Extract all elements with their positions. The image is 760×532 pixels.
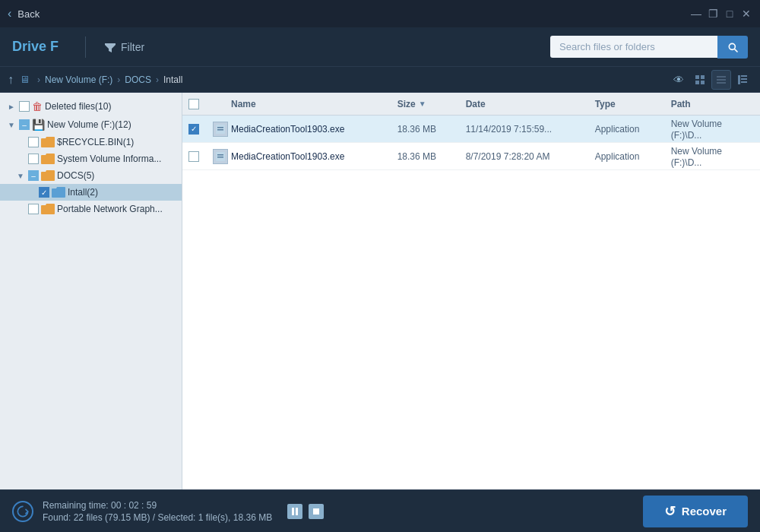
progress-icon <box>12 501 33 522</box>
row2-path-col: New Volume (F:)\D... <box>671 145 754 168</box>
col-date-header[interactable]: Date <box>466 99 595 109</box>
pause-button[interactable] <box>287 504 302 519</box>
grid-icon <box>695 74 705 85</box>
sort-arrow-size: ▼ <box>419 100 426 108</box>
row1-path-col: New Volume (F:)\D... <box>671 118 754 141</box>
col-size-header[interactable]: Size ▼ <box>397 99 466 109</box>
folder-icon-srecycle <box>41 137 55 147</box>
deleted-icon: 🗑 <box>32 100 43 112</box>
col-path-label: Path <box>671 99 691 109</box>
search-button[interactable] <box>717 36 748 59</box>
maximize-button[interactable]: □ <box>724 8 736 20</box>
checkbox-intall[interactable]: ✓ <box>39 187 49 198</box>
header: Drive F Filter <box>0 27 760 67</box>
col-size-label: Size <box>397 99 416 109</box>
expand-arrow-docs: ▼ <box>15 170 26 181</box>
expand-arrow-srecycle <box>15 137 26 147</box>
back-arrow-icon[interactable]: ‹ <box>8 7 11 21</box>
breadcrumb-bar: ↑ 🖥 › New Volume (F:) › DOCS › Intall 👁 <box>0 67 760 93</box>
row2-checkbox[interactable] <box>188 151 199 162</box>
sidebar-label-deleted: Deleted files(10) <box>45 101 111 112</box>
app-icon-svg2 <box>215 151 226 162</box>
grid-view-button[interactable] <box>690 70 710 90</box>
row2-size-col: 18.36 MB <box>397 150 466 162</box>
pause-icon <box>291 507 299 516</box>
svg-rect-6 <box>717 82 726 84</box>
row2-filedate: 8/7/2019 7:28:20 AM <box>466 151 550 162</box>
sidebar-label-intall: Intall(2) <box>68 187 98 198</box>
checkbox-portnet[interactable] <box>28 204 39 214</box>
main-area: ► 🗑 Deleted files(10) ▼ – 💾 New Volume (… <box>0 93 760 489</box>
checkbox-srecycle[interactable] <box>28 137 39 147</box>
row1-name-col: MediaCreationTool1903.exe <box>231 123 397 135</box>
breadcrumb-home-icon: 🖥 <box>20 74 30 85</box>
row2-filetype: Application <box>595 151 640 162</box>
search-input[interactable] <box>550 36 717 58</box>
row2-filesize: 18.36 MB <box>397 151 436 162</box>
filelist-header: Name Size ▼ Date Type Path <box>182 93 760 116</box>
titlebar-controls: — ❐ □ ✕ <box>690 8 752 20</box>
detail-view-button[interactable] <box>733 70 752 90</box>
folder-icon-sysvolinfo <box>41 154 55 164</box>
col-type-label: Type <box>595 99 616 109</box>
checkbox-deleted[interactable] <box>19 101 30 112</box>
bottombar: Remaining time: 00 : 02 : 59 Found: 22 f… <box>0 489 760 532</box>
filter-button[interactable]: Filter <box>98 38 150 56</box>
svg-rect-9 <box>741 78 747 80</box>
minimize-button[interactable]: — <box>690 8 702 20</box>
row2-check-col <box>188 151 213 162</box>
svg-rect-13 <box>217 129 223 131</box>
svg-rect-7 <box>738 75 740 84</box>
svg-rect-1 <box>701 75 705 79</box>
row1-filename: MediaCreationTool1903.exe <box>231 124 344 135</box>
col-path-header[interactable]: Path <box>671 99 754 109</box>
row1-checkbox[interactable]: ✓ <box>188 124 199 135</box>
svg-rect-5 <box>717 79 726 81</box>
sidebar-item-deleted[interactable]: ► 🗑 Deleted files(10) <box>0 97 182 116</box>
found-text: Found: 22 files (79.15 MB) / Selected: 1… <box>43 512 272 523</box>
col-name-header[interactable]: Name <box>231 99 397 109</box>
checkbox-all[interactable] <box>188 99 199 109</box>
checkbox-docs[interactable]: – <box>28 170 39 181</box>
row2-filepath: New Volume (F:)\D... <box>671 146 722 168</box>
breadcrumb-up-button[interactable]: ↑ <box>8 73 14 87</box>
col-date-label: Date <box>466 99 486 109</box>
row2-date-col: 8/7/2019 7:28:20 AM <box>466 150 595 162</box>
sidebar-item-intall[interactable]: ✓ Intall(2) <box>0 184 182 201</box>
sidebar-item-portnet[interactable]: Portable Network Graph... <box>0 201 182 217</box>
table-row[interactable]: ✓ MediaCreationTool1903.exe 18.36 MB 11/… <box>182 116 760 143</box>
svg-rect-3 <box>701 81 705 84</box>
breadcrumb-sep-1: › <box>117 74 120 85</box>
col-name-label: Name <box>231 99 256 109</box>
breadcrumb-docs[interactable]: DOCS <box>125 74 151 85</box>
checkbox-sysvolinfo[interactable] <box>28 154 39 164</box>
row1-filepath: New Volume (F:)\D... <box>671 119 722 141</box>
sidebar-item-newvol[interactable]: ▼ – 💾 New Volume (F:)(12) <box>0 116 182 134</box>
sidebar-label-portnet: Portable Network Graph... <box>57 204 163 214</box>
titlebar: ‹ Back — ❐ □ ✕ <box>0 0 760 27</box>
table-row[interactable]: MediaCreationTool1903.exe 18.36 MB 8/7/2… <box>182 143 760 170</box>
sidebar-label-docs: DOCS(5) <box>57 170 94 181</box>
sidebar-label-srecycle: $RECYCLE.BIN(1) <box>57 137 134 147</box>
svg-rect-16 <box>217 157 223 158</box>
breadcrumb-newvol[interactable]: New Volume (F:) <box>45 74 112 85</box>
folder-icon-portnet <box>41 204 55 214</box>
remaining-time: Remaining time: 00 : 02 : 59 <box>43 500 272 511</box>
restore-button[interactable]: ❐ <box>707 8 719 20</box>
recover-button[interactable]: ↺ Recover <box>643 496 748 527</box>
col-type-header[interactable]: Type <box>595 99 671 109</box>
recover-label: Recover <box>682 505 727 518</box>
recover-icon: ↺ <box>664 503 676 520</box>
row1-app-icon <box>213 122 228 137</box>
svg-rect-8 <box>741 75 747 77</box>
sidebar-item-docs[interactable]: ▼ – DOCS(5) <box>0 167 182 184</box>
sidebar-item-sysvolinfo[interactable]: System Volume Informa... <box>0 150 182 167</box>
list-view-button[interactable] <box>711 70 731 90</box>
close-button[interactable]: ✕ <box>740 8 752 20</box>
checkbox-newvol[interactable]: – <box>19 119 30 130</box>
row2-app-icon <box>213 149 228 164</box>
sidebar-item-srecycle[interactable]: $RECYCLE.BIN(1) <box>0 134 182 150</box>
stop-button[interactable] <box>309 504 324 519</box>
svg-rect-0 <box>695 75 699 79</box>
preview-view-button[interactable]: 👁 <box>669 70 689 90</box>
